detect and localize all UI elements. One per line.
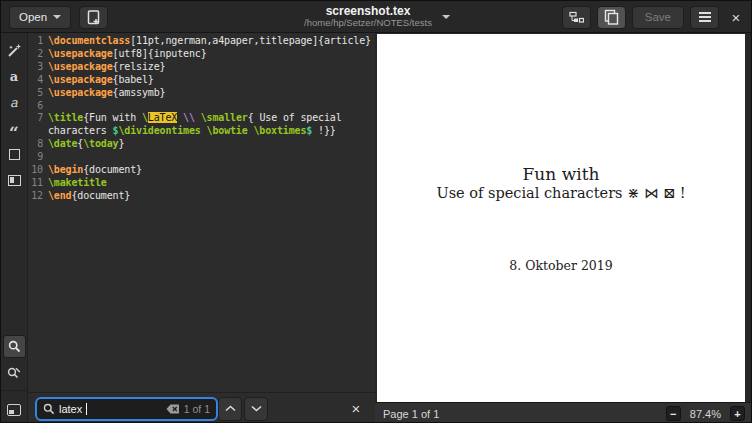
search-query-text: latex: [59, 403, 82, 415]
pdf-preview-page[interactable]: Fun with Use of special characters ⋇ ⋈ ⊠…: [377, 34, 745, 402]
chevron-down-icon: [442, 15, 450, 19]
code-line: 12\end{document}: [29, 190, 375, 203]
zoom-in-button[interactable]: +: [730, 406, 745, 421]
quotes-icon[interactable]: “: [1, 115, 27, 141]
build-log-icon: [7, 404, 21, 416]
line-number: 1: [29, 35, 43, 48]
chevron-down-icon: [251, 405, 262, 412]
title-block: screenshot.tex /home/hp/Setzer/NOTES/tes…: [304, 5, 432, 29]
search-input[interactable]: latex 1 of 1: [35, 397, 218, 421]
italic-letters-icon[interactable]: a: [1, 89, 27, 115]
zoom-controls: − 87.4% +: [666, 406, 745, 421]
split-square-icon: [8, 175, 21, 186]
code-line: 8\date{\today}: [29, 138, 375, 151]
line-number: 8: [29, 138, 43, 151]
code-line: characters $\divideontimes \bowtie \boxt…: [29, 125, 375, 138]
preview-statusbar: Page 1 of 1 − 87.4% +: [375, 402, 751, 423]
code-line: 11\maketitle: [29, 177, 375, 190]
code-line: 6: [29, 100, 375, 113]
layout-box-icon[interactable]: [1, 167, 27, 193]
headerbar-left: Open: [9, 1, 108, 33]
open-button-label: Open: [19, 11, 47, 23]
document-path: /home/hp/Setzer/NOTES/tests: [304, 18, 432, 28]
preview-pane: Fun with Use of special characters ⋇ ⋈ ⊠…: [375, 33, 751, 423]
chevron-up-icon: [225, 405, 236, 412]
line-number: 11: [29, 177, 43, 190]
clear-search-icon[interactable]: [166, 404, 180, 414]
headerbar-right: Save ×: [562, 1, 747, 33]
preview-pages-icon: [603, 9, 619, 25]
line-number: 10: [29, 164, 43, 177]
line-number: 3: [29, 61, 43, 74]
zoom-level: 87.4%: [690, 408, 721, 420]
line-number: 2: [29, 48, 43, 61]
close-icon: ×: [352, 400, 361, 417]
line-number: 4: [29, 74, 43, 87]
build-log-toggle-button[interactable]: [1, 395, 27, 423]
code-area: 1\documentclass[11pt,ngerman,a4paper,tit…: [29, 35, 375, 203]
close-search-button[interactable]: ×: [345, 398, 367, 420]
line-number: 5: [29, 87, 43, 100]
pdf-subtitle-text: Use of special characters ⋇ ⋈ ⊠ !: [377, 185, 745, 201]
close-icon: ×: [732, 9, 741, 26]
code-line: 4\usepackage{babel}: [29, 74, 375, 87]
pdf-title-text: Fun with: [377, 164, 745, 184]
window-close-button[interactable]: ×: [725, 6, 747, 28]
open-button[interactable]: Open: [9, 6, 71, 29]
new-document-button[interactable]: [79, 6, 108, 29]
divider: [1, 390, 28, 391]
line-number: 6: [29, 100, 43, 113]
code-line: 5\usepackage{amssymb}: [29, 87, 375, 100]
line-number: 7: [29, 112, 43, 125]
document-title-menu[interactable]: screenshot.tex /home/hp/Setzer/NOTES/tes…: [304, 1, 450, 33]
hamburger-menu-icon: [699, 12, 711, 22]
wizard-wand-icon[interactable]: [1, 37, 27, 63]
search-match-count: 1 of 1: [184, 403, 210, 415]
code-editor[interactable]: 1\documentclass[11pt,ngerman,a4paper,tit…: [29, 33, 375, 392]
main-area: a a “: [1, 33, 752, 423]
code-line: 2\usepackage[utf8]{inputenc}: [29, 48, 375, 61]
headerbar: Open screenshot.tex /home/hp/Setzer/NOTE…: [1, 1, 752, 33]
search-icon: [8, 340, 21, 353]
line-number: 12: [29, 190, 43, 203]
square-outline-icon: [9, 149, 20, 160]
build-tree-icon: [569, 11, 584, 24]
code-line: 9: [29, 151, 375, 164]
text-cursor: [86, 403, 87, 415]
build-sidebar-button[interactable]: [562, 6, 591, 29]
search-bar: latex 1 of 1: [29, 392, 375, 423]
chevron-down-icon: [53, 15, 61, 19]
code-line: 1\documentclass[11pt,ngerman,a4paper,tit…: [29, 35, 375, 48]
zoom-out-button[interactable]: −: [666, 406, 681, 421]
editor-pane: a a “: [1, 33, 375, 423]
symbols-sidebar: a a “: [1, 33, 28, 423]
save-button[interactable]: Save: [632, 6, 684, 29]
next-match-button[interactable]: [244, 397, 268, 421]
code-line: 7\title{Fun with \LaTeX \\ \smaller{ Use…: [29, 112, 375, 125]
page-indicator: Page 1 of 1: [383, 408, 439, 420]
math-box-icon[interactable]: [1, 141, 27, 167]
find-replace-icon: [7, 366, 21, 380]
code-line: 3\usepackage{relsize}: [29, 61, 375, 74]
pdf-date-text: 8. Oktober 2019: [377, 258, 745, 273]
setzer-window: Open screenshot.tex /home/hp/Setzer/NOTE…: [0, 0, 752, 423]
search-icon: [43, 403, 55, 415]
latin-letters-icon[interactable]: a: [1, 63, 27, 89]
preview-toggle-button[interactable]: [597, 6, 626, 29]
menu-button[interactable]: [690, 6, 719, 29]
search-toggle-button[interactable]: [3, 335, 26, 358]
find-replace-button[interactable]: [1, 360, 27, 386]
previous-match-button[interactable]: [218, 397, 242, 421]
new-document-icon: [87, 10, 101, 25]
line-number: 9: [29, 151, 43, 164]
preview-scrollbar[interactable]: [745, 33, 751, 402]
line-number: [29, 125, 43, 138]
code-line: 10\begin{document}: [29, 164, 375, 177]
